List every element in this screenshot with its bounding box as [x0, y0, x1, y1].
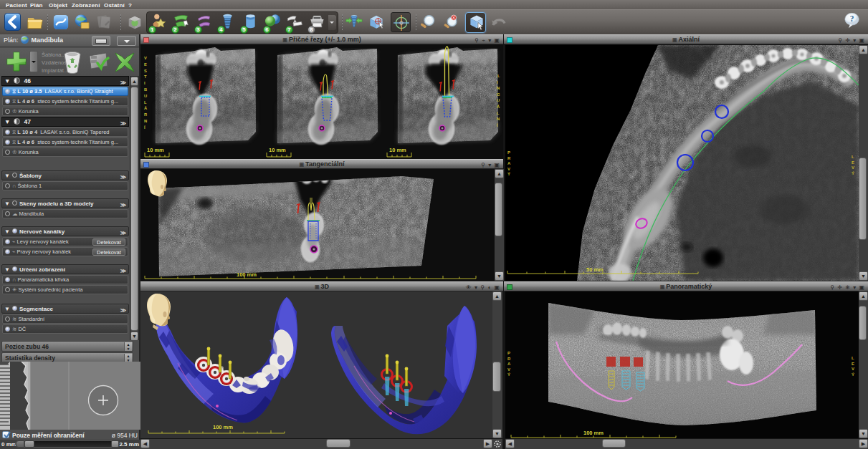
- svg-text:VESTIBULÁRNÍ: VESTIBULÁRNÍ: [144, 56, 148, 130]
- svg-text:100 mm: 100 mm: [583, 430, 604, 436]
- svg-text:LEVÝ: LEVÝ: [852, 155, 854, 175]
- svg-text:LINGUÁLNÍ: LINGUÁLNÍ: [497, 74, 500, 127]
- svg-text:100 mm: 100 mm: [213, 424, 233, 430]
- svg-text:PRAVÝ: PRAVÝ: [507, 150, 511, 176]
- svg-text:PRAVÝ: PRAVÝ: [507, 351, 511, 377]
- svg-text:50 mm: 50 mm: [586, 266, 604, 273]
- svg-text:?: ?: [850, 14, 854, 23]
- svg-text:100 mm: 100 mm: [237, 271, 257, 278]
- svg-text:LEVÝ: LEVÝ: [852, 356, 854, 377]
